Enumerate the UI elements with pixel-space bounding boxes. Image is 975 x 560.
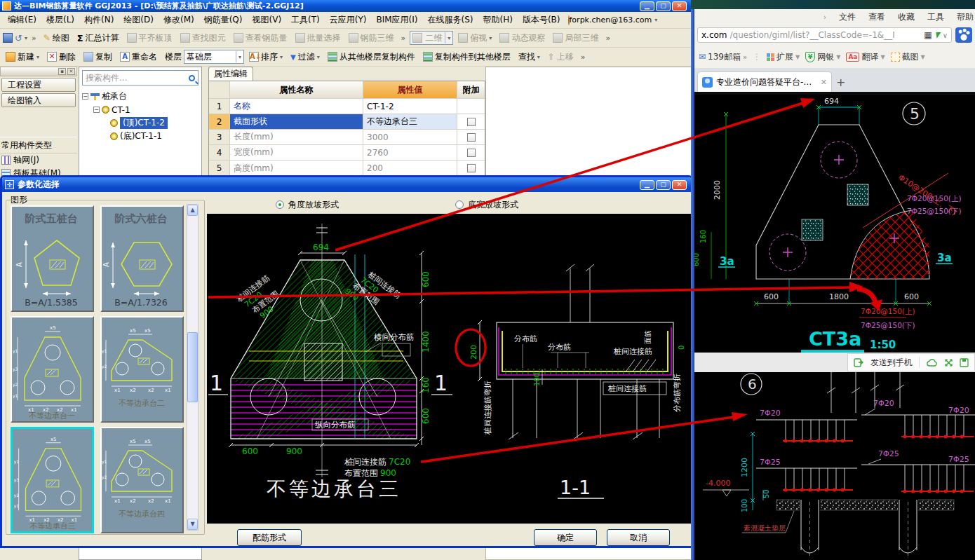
tree-node-ct1[interactable]: − CT-1 — [79, 103, 201, 116]
close-button[interactable]: ✕ — [672, 1, 687, 11]
scroll-down-icon[interactable]: ▼ — [187, 519, 198, 530]
thumb-step-five-pile[interactable]: 阶式五桩台 A B=A/1.5385 — [11, 205, 94, 312]
minimize-button[interactable]: ▁ — [640, 1, 654, 11]
maximize-button[interactable]: ▢ — [656, 1, 671, 11]
thumb-step-six-pile[interactable]: 阶式六桩台 A B=A/1.7326 — [100, 205, 184, 312]
copy-button[interactable]: 复制 — [81, 50, 115, 64]
tree-node-ct12-selected[interactable]: (顶)CT-1-2 — [79, 116, 201, 130]
checkbox[interactable] — [467, 118, 476, 126]
partial-3d-button[interactable]: 局部三维 — [550, 31, 601, 46]
tab-property-edit[interactable]: 属性编辑 — [208, 67, 253, 81]
send-to-phone-label[interactable]: 发送到手机 — [870, 357, 913, 369]
undo-icon[interactable]: ↺ — [15, 33, 22, 43]
rebar-form-button[interactable]: 配筋形式 — [237, 529, 302, 546]
cancel-button[interactable]: 取消 — [607, 529, 670, 546]
scrollbar-thumb[interactable] — [187, 332, 198, 402]
menu-version[interactable]: 版本号(B) — [518, 13, 565, 27]
prop-value[interactable]: 不等边承台三 — [363, 114, 457, 129]
browser-menu-file[interactable]: 文件 — [839, 11, 856, 23]
radio-angle-slope[interactable] — [276, 200, 284, 209]
orbit-button[interactable]: 动态观察 — [497, 31, 548, 46]
tab-active[interactable]: 专业造价问题答疑平台-广联达... ✕ — [697, 71, 832, 92]
draw-button[interactable]: ✎ 绘图 — [41, 31, 72, 46]
search-component-box[interactable]: 搜索构件... — [82, 70, 199, 86]
menu-cloud[interactable]: 云应用(Y) — [325, 13, 372, 27]
bookmark-mail[interactable]: ✉ 139邮箱 » — [699, 51, 747, 63]
bookmark-more-icon[interactable]: » — [743, 53, 747, 61]
menu-bim[interactable]: BIM应用(I) — [371, 13, 422, 27]
collapse-icon[interactable]: − — [93, 107, 100, 113]
menu-view[interactable]: 视图(V) — [248, 13, 287, 27]
new-tab-button[interactable]: + — [836, 76, 845, 92]
bookmark-translate[interactable]: Aa 翻译 ▼ — [846, 51, 885, 63]
pin-icon[interactable]: ▪ — [58, 68, 66, 75]
thumb-uneven-cap-2[interactable]: x5 x5 y1 y2 x1 x2 x2 x1 不等边承台二 — [100, 316, 184, 423]
address-input[interactable]: x.com /question/giml/list?__ClassCode=-1… — [697, 27, 952, 43]
draw-input-button[interactable]: 绘图输入 — [1, 93, 76, 107]
bookmark-extensions[interactable]: 扩展 ▼ — [767, 51, 800, 63]
menu-rebar[interactable]: 钢筋量(Q) — [199, 13, 248, 27]
search-icon[interactable] — [189, 75, 195, 81]
menu-online[interactable]: 在线服务(S) — [423, 13, 478, 27]
new-button[interactable]: 新建 ▾ — [3, 50, 42, 64]
bookmark-screenshot[interactable]: 截图 ▼ — [891, 51, 925, 63]
lightning-icon[interactable] — [934, 32, 941, 39]
floor-combobox[interactable]: 基础层 ▾ — [184, 50, 244, 64]
qr-code-icon[interactable]: ▦ — [924, 30, 932, 40]
move-up-button[interactable]: ⇧ 上移 — [545, 50, 577, 64]
thumb-uneven-cap-3-selected[interactable]: x5 y1 y3 y2 y1 x1 x2 x2 x1 不等边承台三 — [11, 427, 94, 533]
menu-draw[interactable]: 绘图(D) — [119, 13, 159, 27]
chevron-down-icon[interactable]: ∨ — [943, 32, 948, 39]
toolbar-overflow-icon[interactable]: » — [29, 34, 39, 43]
delete-button[interactable]: ✕ 删除 — [44, 50, 79, 64]
menu-component[interactable]: 构件(N) — [79, 13, 119, 27]
menu-chevron-icon[interactable]: › — [823, 13, 826, 21]
view-rebar-button[interactable]: 查看钢筋量 — [231, 31, 290, 46]
menu-help[interactable]: 帮助(H) — [478, 13, 518, 27]
ok-button[interactable]: 确定 — [534, 529, 597, 546]
align-slab-button[interactable]: 平齐板顶 — [124, 31, 175, 46]
checkbox[interactable] — [467, 164, 476, 172]
menu-modify[interactable]: 修改(M) — [159, 13, 199, 27]
browser-menu-help[interactable]: 帮助 — [957, 11, 974, 23]
thumbnail-scrollbar[interactable]: ▲ ▼ — [187, 204, 199, 531]
summary-calc-button[interactable]: Σ 汇总计算 — [74, 31, 122, 46]
browser-menu-view[interactable]: 查看 — [868, 11, 885, 23]
prop-value[interactable]: 200 — [363, 161, 457, 176]
nav-item-axis-grid[interactable]: 轴网(J) — [0, 153, 77, 167]
copy-from-floor-button[interactable]: 从其他楼层复制构件 — [325, 50, 418, 64]
checkbox[interactable] — [467, 149, 476, 157]
menu-floor[interactable]: 楼层(L) — [41, 13, 79, 27]
toolbar-overflow-icon[interactable]: » — [603, 34, 612, 43]
tree-node-ct11[interactable]: (底)CT-1-1 — [79, 130, 201, 143]
close-button[interactable]: ✕ — [672, 180, 687, 190]
rename-button[interactable]: A 重命名 — [117, 50, 160, 64]
prop-value[interactable]: CT-1-2 — [363, 99, 457, 114]
find-element-button[interactable]: 查找图元 — [177, 31, 229, 46]
view-mode-combobox[interactable]: 二维 ▾ — [410, 31, 453, 45]
find-button[interactable]: 查找 ▾ — [516, 50, 543, 64]
browser-logo-icon[interactable] — [955, 27, 972, 43]
radio-bottom-width-slope[interactable] — [455, 200, 464, 209]
collapse-icon[interactable]: − — [82, 93, 88, 100]
tab-close-icon[interactable]: ✕ — [821, 78, 827, 87]
cloud-icon[interactable] — [926, 358, 938, 367]
menu-edit[interactable]: 编辑(E) — [3, 13, 41, 27]
tree-node-pilecap[interactable]: − 桩承台 — [79, 90, 201, 103]
menu-tools[interactable]: 工具(T) — [286, 13, 325, 27]
batch-select-button[interactable]: 批量选择 — [292, 31, 344, 46]
save-icon[interactable] — [960, 358, 969, 367]
filter-button[interactable]: ▼ 过滤 ▾ — [288, 50, 323, 64]
save-icon[interactable] — [3, 33, 13, 43]
thumb-uneven-cap-1[interactable]: x5 y1 y3 y2 y1 x1 x2 x2 x1 不等边承台一 — [11, 316, 94, 423]
rebar-3d-button[interactable]: 钢筋三维 — [346, 31, 397, 46]
bookmark-banking[interactable]: ¥ 网银 ▼ — [805, 51, 840, 63]
sort-button[interactable]: A↓ 排序 ▾ — [246, 50, 285, 64]
checkbox[interactable] — [467, 133, 476, 142]
fullscreen-icon[interactable] — [944, 358, 953, 367]
browser-menu-favorites[interactable]: 收藏 — [898, 11, 915, 23]
prop-value[interactable]: 2760 — [363, 145, 457, 160]
account-menu[interactable]: forpk.chen@163.com ▾ — [570, 15, 658, 25]
close-icon[interactable]: ✕ — [67, 68, 75, 75]
scroll-up-icon[interactable]: ▲ — [187, 205, 198, 216]
